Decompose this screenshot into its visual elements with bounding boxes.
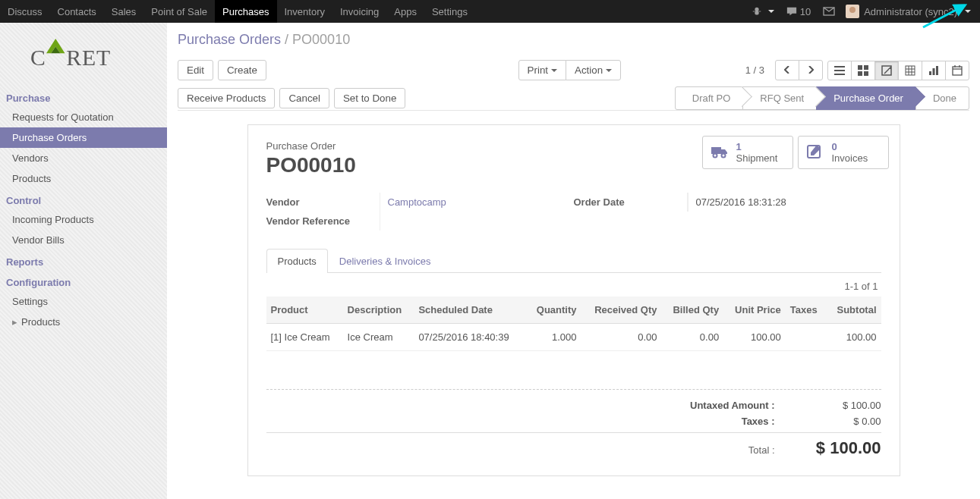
cell-scheduled: 07/25/2016 18:40:39 — [414, 324, 525, 351]
col-received[interactable]: Received Qty — [581, 297, 662, 324]
truck-icon — [711, 143, 729, 162]
breadcrumb-parent[interactable]: Purchase Orders — [178, 32, 281, 47]
nav-settings[interactable]: Settings — [424, 0, 475, 23]
breadcrumb-sep: / — [285, 32, 292, 47]
breadcrumb: Purchase Orders / PO00010 — [178, 30, 969, 52]
top-right: 10 Administrator (sync2) — [745, 0, 980, 23]
sidebar-item-products[interactable]: Products — [0, 168, 167, 189]
col-taxes[interactable]: Taxes — [786, 297, 827, 324]
col-quantity[interactable]: Quantity — [526, 297, 581, 324]
main-content: Purchase Orders / PO00010 Edit Create Pr… — [167, 23, 980, 499]
chevron-right-icon: ▸ — [12, 316, 18, 328]
vendor-label: Vendor — [266, 193, 380, 212]
debug-icon[interactable] — [745, 6, 780, 17]
pencil-square-icon — [806, 143, 824, 162]
sidebar-item-config-products[interactable]: ▸Products — [0, 312, 167, 332]
svg-rect-14 — [864, 71, 868, 76]
nav-sales[interactable]: Sales — [104, 0, 144, 23]
set-done-button[interactable]: Set to Done — [334, 88, 405, 108]
nav-contacts[interactable]: Contacts — [50, 0, 104, 23]
action-dropdown[interactable]: Action — [566, 60, 621, 80]
svg-text:RET: RET — [66, 45, 111, 70]
nav-purchases[interactable]: Purchases — [215, 0, 276, 23]
view-kanban-icon[interactable] — [851, 61, 875, 80]
col-unitprice[interactable]: Unit Price — [723, 297, 786, 324]
pager-next[interactable] — [799, 60, 823, 80]
svg-rect-21 — [929, 71, 931, 75]
status-draft[interactable]: Draft PO — [675, 86, 744, 110]
sidebar-item-rfq[interactable]: Requests for Quotation — [0, 107, 167, 127]
taxes-value: $ 0.00 — [790, 416, 881, 427]
status-rfq-sent[interactable]: RFQ Sent — [742, 86, 817, 110]
sidebar-item-vendor-bills[interactable]: Vendor Bills — [0, 230, 167, 250]
logo[interactable]: CRET — [0, 30, 167, 86]
total-value: $ 100.00 — [790, 438, 881, 458]
view-switcher — [827, 61, 969, 80]
tab-products[interactable]: Products — [266, 249, 328, 273]
nav-discuss[interactable]: Discuss — [0, 0, 50, 23]
cell-qty: 1.000 — [526, 324, 581, 351]
sidebar-item-purchase-orders[interactable]: Purchase Orders — [0, 127, 167, 148]
user-menu[interactable]: Administrator (sync2) — [841, 5, 975, 18]
taxes-label: Taxes : — [742, 416, 790, 427]
svg-rect-13 — [858, 71, 862, 76]
group-control[interactable]: Control — [0, 189, 167, 209]
cell-billed: 0.00 — [662, 324, 724, 351]
sidebar-item-settings[interactable]: Settings — [0, 291, 167, 312]
receive-products-button[interactable]: Receive Products — [178, 88, 275, 108]
nav-apps[interactable]: Apps — [386, 0, 424, 23]
side-nav: Purchase Requests for Quotation Purchase… — [0, 86, 167, 332]
create-button[interactable]: Create — [218, 60, 266, 80]
avatar-icon — [846, 5, 859, 18]
col-product[interactable]: Product — [266, 297, 343, 324]
svg-rect-8 — [834, 66, 845, 67]
vendor-link[interactable]: Camptocamp — [388, 196, 446, 208]
group-purchase[interactable]: Purchase — [0, 86, 167, 107]
print-dropdown[interactable]: Print — [518, 60, 566, 80]
stat-shipment-count: 1 — [736, 141, 778, 152]
cell-unitprice: 100.00 — [723, 324, 786, 351]
pager-prev[interactable] — [775, 60, 799, 80]
vendor-ref-label: Vendor Reference — [266, 212, 380, 231]
top-menu: Discuss Contacts Sales Point of Sale Pur… — [0, 0, 475, 23]
cancel-button[interactable]: Cancel — [279, 88, 329, 108]
view-pivot-icon[interactable] — [898, 61, 922, 80]
col-description[interactable]: Description — [343, 297, 414, 324]
col-scheduled[interactable]: Scheduled Date — [414, 297, 525, 324]
status-purchase-order[interactable]: Purchase Order — [816, 86, 916, 110]
stat-shipment[interactable]: 1Shipment — [702, 136, 793, 169]
nav-inventory[interactable]: Inventory — [277, 0, 332, 23]
svg-rect-11 — [858, 65, 862, 70]
sidebar-item-vendors[interactable]: Vendors — [0, 148, 167, 168]
svg-rect-10 — [834, 74, 845, 75]
svg-rect-16 — [906, 66, 915, 75]
group-reports[interactable]: Reports — [0, 250, 167, 271]
stat-invoices[interactable]: 0Invoices — [798, 136, 889, 169]
edit-button[interactable]: Edit — [178, 60, 213, 80]
cell-taxes — [786, 324, 827, 351]
view-graph-icon[interactable] — [922, 61, 946, 80]
table-row[interactable]: [1] Ice Cream Ice Cream 07/25/2016 18:40… — [266, 324, 881, 351]
nav-invoicing[interactable]: Invoicing — [332, 0, 386, 23]
view-calendar-icon[interactable] — [945, 61, 969, 80]
breadcrumb-current: PO00010 — [292, 32, 350, 47]
messages-icon[interactable]: 10 — [780, 6, 817, 17]
col-billed[interactable]: Billed Qty — [662, 297, 724, 324]
caret-down-icon — [606, 69, 612, 72]
vendor-ref-value — [380, 212, 574, 231]
nav-pos[interactable]: Point of Sale — [143, 0, 215, 23]
user-label: Administrator (sync2) — [864, 6, 957, 17]
order-date-label: Order Date — [574, 193, 688, 212]
sidebar-item-incoming[interactable]: Incoming Products — [0, 209, 167, 230]
lines-pager: 1-1 of 1 — [266, 273, 881, 297]
svg-text:C: C — [30, 45, 46, 70]
mail-icon[interactable] — [817, 6, 841, 17]
order-lines-table: Product Description Scheduled Date Quant… — [266, 297, 881, 351]
messages-count: 10 — [800, 6, 811, 17]
view-form-icon[interactable] — [874, 61, 899, 80]
pager-buttons — [775, 60, 823, 80]
view-list-icon[interactable] — [827, 61, 852, 80]
col-subtotal[interactable]: Subtotal — [827, 297, 881, 324]
tab-deliveries-invoices[interactable]: Deliveries & Invoices — [328, 249, 443, 273]
group-configuration[interactable]: Configuration — [0, 271, 167, 291]
